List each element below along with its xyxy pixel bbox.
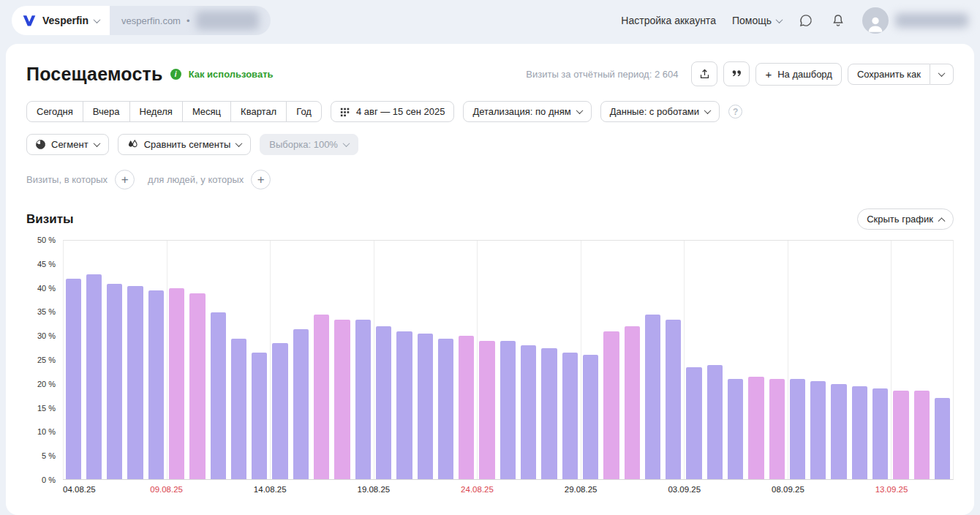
site-separator: •	[186, 15, 190, 26]
y-tick-label: 15 %	[37, 404, 56, 413]
chart-bar[interactable]	[418, 334, 433, 479]
hide-chart-button[interactable]: Скрыть график	[857, 208, 954, 230]
chart-bar[interactable]	[521, 345, 536, 479]
chart-bar[interactable]	[935, 398, 950, 479]
compare-segments-icon	[127, 140, 138, 149]
chart-bar[interactable]	[479, 341, 494, 479]
brand-name: Vesperfin	[42, 15, 88, 26]
question-help-icon[interactable]: ?	[728, 105, 742, 119]
segment-dropdown[interactable]: Сегмент	[26, 134, 109, 155]
metrica-tags-icon	[731, 68, 742, 80]
export-icon	[698, 68, 711, 80]
vesperfin-logo-icon	[22, 13, 37, 28]
chart-bar[interactable]	[272, 343, 287, 479]
help-menu[interactable]: Помощь	[732, 15, 782, 26]
chart-x-axis: 04.08.2509.08.2514.08.2519.08.2524.08.25…	[63, 485, 954, 500]
chart-bar[interactable]	[603, 331, 619, 479]
help-label: Помощь	[732, 15, 772, 26]
sampling-dropdown[interactable]: Выборка: 100%	[260, 134, 358, 155]
site-selector[interactable]: vesperfin.com •	[110, 6, 270, 35]
chart-bar[interactable]	[583, 355, 598, 479]
data-mode-dropdown[interactable]: Данные: с роботами	[600, 101, 720, 122]
compare-segments-dropdown[interactable]: Сравнить сегменты	[118, 134, 252, 155]
y-tick-label: 0 %	[42, 475, 56, 484]
gridline	[270, 241, 271, 479]
chart-bar[interactable]	[169, 288, 184, 479]
chart-bar[interactable]	[666, 320, 681, 479]
account-settings-link[interactable]: Настройка аккаунта	[621, 15, 716, 26]
chart-bar[interactable]	[625, 326, 640, 479]
chart-bar[interactable]	[438, 339, 453, 479]
calendar-grid-icon	[340, 107, 350, 117]
chart-bar[interactable]	[459, 336, 474, 479]
chart-bar[interactable]	[831, 384, 846, 479]
save-as-button[interactable]: Сохранить как	[848, 64, 930, 85]
chart-bar[interactable]	[500, 341, 516, 479]
chart-bar[interactable]	[748, 377, 764, 479]
chart-bar[interactable]	[707, 365, 723, 479]
chart-bar[interactable]	[686, 367, 701, 479]
brand-switcher[interactable]: Vesperfin	[12, 6, 110, 35]
chart-bar[interactable]	[252, 353, 267, 479]
chart-bar[interactable]	[355, 320, 371, 479]
visits-chart: 0 %5 %10 %15 %20 %25 %30 %35 %40 %45 %50…	[26, 240, 954, 500]
y-tick-label: 10 %	[37, 427, 56, 436]
chart-bar[interactable]	[314, 315, 329, 479]
chart-bar[interactable]	[872, 388, 888, 479]
chart-bar[interactable]	[852, 386, 867, 479]
how-to-use-link[interactable]: Как использовать	[189, 69, 274, 80]
x-tick-label: 19.08.25	[357, 485, 390, 494]
chart-bar[interactable]	[893, 391, 908, 479]
tab-week[interactable]: Неделя	[129, 101, 183, 122]
chart-bar[interactable]	[376, 326, 391, 479]
chart-bar[interactable]	[293, 329, 309, 479]
tab-quarter[interactable]: Квартал	[230, 101, 287, 122]
chart-bar[interactable]	[645, 315, 660, 479]
x-tick-label: 09.08.25	[150, 485, 183, 494]
brand-site-pill: Vesperfin vesperfin.com •	[12, 6, 271, 35]
data-mode-label: Данные: с роботами	[610, 106, 699, 117]
tab-year[interactable]: Год	[286, 101, 322, 122]
save-as-dropdown-button[interactable]	[930, 64, 954, 85]
notifications-bell-icon[interactable]	[830, 12, 846, 29]
chat-icon[interactable]	[798, 12, 814, 29]
date-range-label: 4 авг — 15 сен 2025	[356, 106, 445, 117]
chart-bar[interactable]	[127, 286, 143, 479]
chart-bar[interactable]	[541, 348, 557, 479]
add-to-dashboard-button[interactable]: + На дашборд	[755, 63, 841, 86]
redacted-site-id	[196, 11, 259, 30]
tab-month[interactable]: Месяц	[182, 101, 231, 122]
chart-bar[interactable]	[107, 284, 122, 479]
detalization-dropdown[interactable]: Детализация: по дням	[463, 101, 591, 122]
chart-bar[interactable]	[189, 293, 205, 479]
date-range-button[interactable]: 4 авг — 15 сен 2025	[331, 101, 454, 122]
chart-bar[interactable]	[148, 290, 164, 479]
chart-bar[interactable]	[790, 379, 805, 479]
chart-bar[interactable]	[211, 312, 226, 479]
chart-bar[interactable]	[562, 353, 578, 479]
tab-today[interactable]: Сегодня	[26, 101, 83, 122]
tab-yesterday[interactable]: Вчера	[83, 101, 130, 122]
add-people-condition-button[interactable]: +	[251, 170, 271, 189]
chart-bar[interactable]	[769, 379, 785, 479]
export-button[interactable]	[691, 61, 717, 86]
chart-bar[interactable]	[66, 279, 81, 479]
x-tick-label: 04.08.25	[63, 485, 96, 494]
chart-bar[interactable]	[231, 339, 246, 479]
chart-bars	[63, 241, 953, 479]
chart-bar[interactable]	[396, 331, 412, 479]
chevron-down-icon	[938, 69, 946, 77]
page-title: Посещаемость	[26, 64, 163, 85]
chart-bar[interactable]	[810, 381, 826, 479]
chart-bar[interactable]	[334, 320, 350, 479]
compare-segments-label: Сравнить сегменты	[144, 139, 231, 150]
chart-bar[interactable]	[914, 391, 930, 479]
metrica-tags-button[interactable]	[723, 61, 750, 86]
x-tick-label: 03.09.25	[668, 485, 701, 494]
user-account[interactable]	[862, 7, 968, 34]
add-visit-condition-button[interactable]: +	[115, 170, 135, 189]
y-tick-label: 45 %	[37, 260, 56, 268]
sampling-label: Выборка: 100%	[269, 139, 338, 150]
chart-bar[interactable]	[728, 379, 743, 479]
chart-bar[interactable]	[86, 274, 102, 479]
